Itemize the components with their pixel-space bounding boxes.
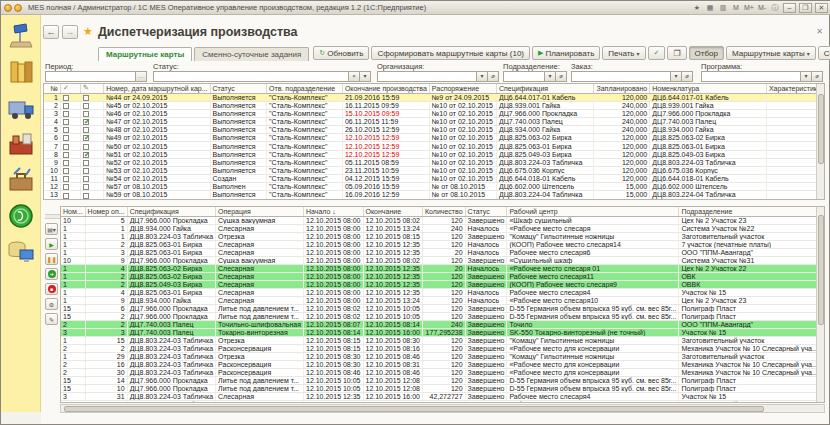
cell-spec[interactable]: ДЦ8.825.063-02 Бирка bbox=[496, 134, 594, 142]
cell-qty[interactable]: 120 bbox=[423, 304, 466, 312]
checkbox[interactable] bbox=[83, 160, 89, 166]
cell-qty[interactable]: 240,000 bbox=[594, 117, 650, 125]
cell-cb2[interactable] bbox=[80, 117, 103, 125]
cell-nom[interactable]: ДЦ8.939.001 Гайка bbox=[650, 101, 767, 109]
start-operation-button[interactable]: ▶ bbox=[45, 238, 58, 250]
cell-oper[interactable]: Литье под давлением т... bbox=[216, 312, 304, 320]
cell-char[interactable] bbox=[766, 175, 823, 183]
cell-start[interactable]: 12.10.2015 10:05 bbox=[304, 376, 364, 384]
cell-oper[interactable]: Слесарная bbox=[216, 240, 304, 248]
checkbox[interactable] bbox=[83, 111, 89, 117]
cell-end[interactable]: 12.10.2015 12:35 bbox=[363, 264, 423, 272]
table-row[interactable]: 10№53 от 02.10.2015Выполняется"Сталь-Ком… bbox=[44, 166, 824, 174]
cell-qty[interactable]: 120 bbox=[423, 240, 466, 248]
table-row[interactable]: 8№51 от 02.10.2015Выполняется"Сталь-Комп… bbox=[44, 150, 824, 158]
cell-spec[interactable]: ДЦ7.966.000 Прокладка bbox=[127, 216, 215, 224]
cell-start[interactable]: 12.10.2015 08:00 bbox=[304, 272, 364, 280]
cell-status[interactable]: Завершено bbox=[465, 336, 507, 344]
table-row[interactable]: 11ДЦ8.803.224-03 ТабличкаОтрезка12.10.20… bbox=[61, 232, 825, 240]
cell-cb1[interactable] bbox=[60, 183, 80, 191]
cell-end[interactable]: 12.10.2015 12:08 bbox=[363, 384, 423, 392]
cell-start[interactable]: 12.10.2015 12:35 bbox=[304, 392, 364, 400]
route-cards-menu-button[interactable]: Маршрутные карты▾ bbox=[726, 46, 816, 60]
cell-dept[interactable]: Заготовительный участок bbox=[679, 336, 820, 344]
refresh-button[interactable]: ↻Обновить bbox=[313, 46, 369, 60]
stop-operation-button[interactable]: ■ bbox=[45, 283, 58, 295]
cell-nom[interactable]: ДЦ6.644.017-01 Кабель bbox=[650, 93, 767, 101]
scrollbar-thumb[interactable] bbox=[64, 406, 764, 412]
cell-n[interactable]: 2 bbox=[44, 101, 60, 109]
close-button[interactable]: ✕ bbox=[815, 3, 828, 13]
cell-end[interactable]: 12.10.2015 12:59 bbox=[342, 150, 429, 158]
cell-start[interactable]: 12.10.2015 08:00 bbox=[304, 232, 364, 240]
cell-n1[interactable]: 1 bbox=[61, 272, 85, 280]
cell-order[interactable]: №10 от 02.10.2015 bbox=[429, 150, 496, 158]
cell-end[interactable]: 23.11.2015 10:59 bbox=[342, 166, 429, 174]
cell-qty[interactable]: 120,000 bbox=[594, 158, 650, 166]
cell-dept[interactable]: "Сталь-Комплекс" bbox=[267, 183, 343, 191]
cell-status[interactable]: Завершено bbox=[465, 360, 507, 368]
table-row[interactable]: 2№45 от 02.10.2015Выполняется"Сталь-Комп… bbox=[44, 101, 824, 109]
cell-dept[interactable]: Цех № 2 Участок 23 bbox=[679, 216, 820, 224]
cell-spec[interactable]: ДЦ8.825.063-01 Бирка bbox=[127, 288, 215, 296]
documents-icon[interactable] bbox=[6, 58, 36, 86]
cell-cb2[interactable] bbox=[80, 126, 103, 134]
cell-n[interactable]: 1 bbox=[44, 93, 60, 101]
cell-n[interactable]: 14 bbox=[44, 199, 60, 200]
cell-status[interactable]: Выполняется bbox=[210, 134, 267, 142]
cell-wc[interactable]: Рабочее место слесаря4 bbox=[507, 288, 679, 296]
finance-coin-icon[interactable] bbox=[6, 202, 36, 230]
cell-spec[interactable]: ДЦ8.803.224-03 Табличка bbox=[127, 368, 215, 376]
cell-spec[interactable]: ДЦ7.966.000 Прокладка bbox=[127, 312, 215, 320]
cell-end[interactable]: 12.10.2015 12:08 bbox=[363, 376, 423, 384]
table-row[interactable]: 152ДЦ7.966.000 ПрокладкаЛитье под давлен… bbox=[61, 312, 825, 320]
toolbox-icon[interactable] bbox=[6, 166, 36, 194]
cell-cb1[interactable] bbox=[60, 199, 80, 200]
cell-status[interactable]: Началось bbox=[465, 288, 507, 296]
table-row[interactable]: 14ДЦ8.825.063-02 БиркаСлесарная12.10.201… bbox=[61, 264, 825, 272]
table-row[interactable]: 156ДЦ7.966.000 ПрокладкаЛитье под давлен… bbox=[61, 304, 825, 312]
open-icon[interactable]: ⌀ bbox=[682, 71, 693, 82]
table-row[interactable]: 6№49 от 02.10.2015Выполняется"Сталь-Комп… bbox=[44, 134, 824, 142]
mark-button[interactable]: ✓ bbox=[648, 46, 666, 60]
cell-end[interactable]: 16.11.2015 09:59 bbox=[342, 101, 429, 109]
cell-number[interactable]: №47 от 02.10.2015 bbox=[104, 117, 210, 125]
cell-n2[interactable]: 1 bbox=[85, 224, 127, 232]
cell-n1[interactable]: 15 bbox=[61, 304, 85, 312]
cell-status[interactable]: Завершено bbox=[465, 216, 507, 224]
cell-number[interactable]: №52 от 02.10.2015 bbox=[104, 158, 210, 166]
cell-end[interactable]: 12.10.2015 16:00 bbox=[363, 392, 423, 400]
cell-qty[interactable]: 240,000 bbox=[594, 101, 650, 109]
cell-nom[interactable]: ДЦ8.803.224-03 Табличка bbox=[650, 158, 767, 166]
cell-status[interactable]: Выполняется bbox=[210, 142, 267, 150]
cell-status[interactable]: Завершено bbox=[465, 344, 507, 352]
table-row[interactable]: 11ДЦ8.934.000 ГайкаСлесарная12.10.2015 0… bbox=[61, 224, 825, 232]
cell-end[interactable]: 12.10.2015 13:24 bbox=[363, 224, 423, 232]
cell-n2[interactable]: 16 bbox=[85, 360, 127, 368]
table-row[interactable]: 12№57 от 08.10.2015Выполнен"Сталь-Компле… bbox=[44, 183, 824, 191]
cell-cb2[interactable] bbox=[80, 191, 103, 199]
cell-number[interactable]: №53 от 02.10.2015 bbox=[104, 166, 210, 174]
table-row[interactable]: 11№54 от 02.10.2015Создан"Сталь-Комплекс… bbox=[44, 175, 824, 183]
cell-spec[interactable]: ДЦ6.602.000-01 Штепсель bbox=[496, 199, 594, 200]
cell-status[interactable]: Началось bbox=[465, 296, 507, 304]
minimize-button[interactable]: – bbox=[783, 3, 796, 13]
shift-tasks-menu-button[interactable]: Сменно-суточные задания▾ bbox=[818, 46, 830, 60]
cell-cb1[interactable] bbox=[60, 175, 80, 183]
cell-status[interactable]: Завершено bbox=[465, 328, 507, 336]
cell-n[interactable]: 12 bbox=[44, 183, 60, 191]
cell-cb2[interactable] bbox=[80, 109, 103, 117]
pause-operation-button[interactable]: ❚❚ bbox=[45, 253, 58, 265]
cell-wc[interactable]: «Рабочее место для консервации bbox=[507, 344, 679, 352]
cell-spec[interactable]: ДЦ8.803.224-03 Табличка bbox=[127, 344, 215, 352]
cell-wc[interactable]: D-55 Германия объем впрыска 95 куб. см. … bbox=[507, 312, 679, 320]
cell-status[interactable]: Выполняется bbox=[210, 93, 267, 101]
cell-qty[interactable]: 120,000 bbox=[594, 150, 650, 158]
cell-qty[interactable]: 120 bbox=[423, 376, 466, 384]
table-row[interactable]: 4№47 от 02.10.2015Выполняется"Сталь-Комп… bbox=[44, 117, 824, 125]
cell-cb2[interactable] bbox=[80, 166, 103, 174]
column-header-oper[interactable]: Операция bbox=[216, 207, 304, 216]
cell-wc[interactable]: Рабочее место слесаря6 bbox=[507, 248, 679, 256]
column-header-dept[interactable]: Подразделение bbox=[679, 207, 820, 216]
table-row[interactable]: 105ДЦ7.966.000 ПрокладкаСушка вакуумная1… bbox=[61, 216, 825, 224]
